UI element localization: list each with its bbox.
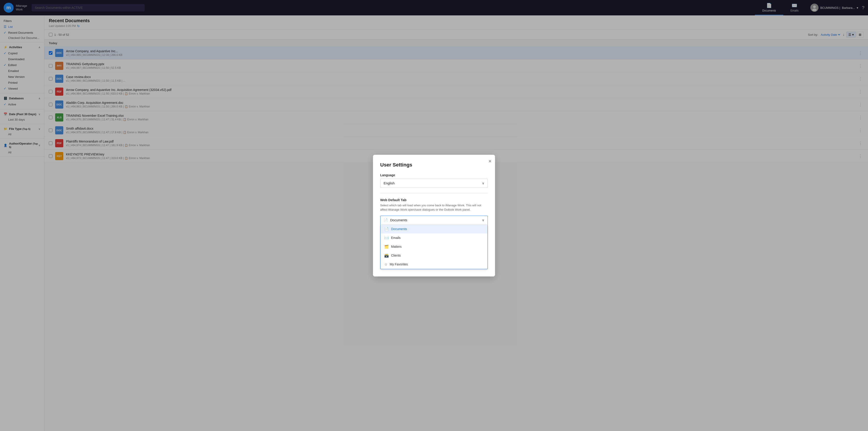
tab-option-documents[interactable]: 📄 Documents <box>381 225 487 233</box>
web-default-desc: Select which tab will load when you come… <box>380 203 488 212</box>
tab-option-emails-label: Emails <box>391 236 401 239</box>
modal-overlay[interactable]: × User Settings Language English ∨ Web D… <box>0 0 868 431</box>
tab-documents-icon: 📄 <box>384 227 389 231</box>
current-tab-label: Documents <box>390 218 407 222</box>
tab-option-emails[interactable]: ✉️ Emails <box>381 233 487 242</box>
tab-emails-icon: ✉️ <box>384 236 389 240</box>
tab-option-clients-label: Clients <box>391 254 401 257</box>
modal-close-button[interactable]: × <box>489 159 491 164</box>
tab-matters-icon: 🗂️ <box>384 245 389 249</box>
user-settings-modal: × User Settings Language English ∨ Web D… <box>373 155 495 277</box>
language-select[interactable]: English ∨ <box>380 179 488 188</box>
tab-select-chevron-icon: ∨ <box>482 218 485 222</box>
language-chevron-icon: ∨ <box>482 181 485 185</box>
current-tab-icon: 📄 <box>383 218 388 222</box>
modal-divider <box>380 193 488 194</box>
tab-option-clients[interactable]: 🗃️ Clients <box>381 251 487 260</box>
web-default-title: Web Default Tab <box>380 198 488 202</box>
language-label: Language <box>380 173 488 177</box>
tab-clients-icon: 🗃️ <box>384 253 389 258</box>
tab-option-matters-label: Matters <box>391 245 402 249</box>
tab-select-box[interactable]: 📄 Documents ∨ 📄 Documents ✉️ Emails 🗂️ M… <box>380 216 488 269</box>
tab-my-favorites-icon: ☆ <box>384 262 388 266</box>
modal-title: User Settings <box>380 162 488 168</box>
tab-option-matters[interactable]: 🗂️ Matters <box>381 242 487 251</box>
tab-option-documents-label: Documents <box>391 227 407 231</box>
tab-option-my-favorites-label: My Favorites <box>390 262 408 266</box>
tab-select-current[interactable]: 📄 Documents ∨ <box>380 216 488 224</box>
tab-dropdown: 📄 Documents ✉️ Emails 🗂️ Matters 🗃️ Clie… <box>380 224 488 269</box>
tab-option-my-favorites[interactable]: ☆ My Favorites <box>381 260 487 269</box>
language-value: English <box>383 181 395 185</box>
